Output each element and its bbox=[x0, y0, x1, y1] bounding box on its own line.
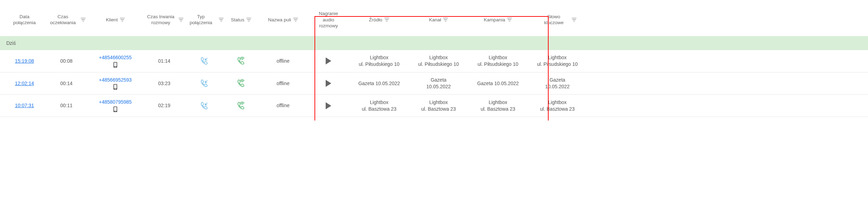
filter-icon[interactable] bbox=[507, 17, 512, 22]
cell-channel: Gazeta 10.05.2022 bbox=[409, 77, 468, 90]
col-header-source[interactable]: Źródło bbox=[349, 17, 409, 23]
cell-campaign: Lightbox ul. Basztowa 23 bbox=[468, 99, 528, 112]
keyword-line1: Lightbox bbox=[548, 99, 567, 106]
svg-rect-1 bbox=[114, 62, 116, 66]
incoming-call-icon bbox=[200, 101, 209, 111]
cell-client: +48566952593 bbox=[87, 77, 143, 90]
col-label: Czas oczekiwania bbox=[47, 14, 79, 26]
cell-audio bbox=[308, 102, 349, 109]
campaign-line2: ul. Basztowa 23 bbox=[481, 106, 515, 112]
filter-icon[interactable] bbox=[293, 17, 298, 22]
calls-table: Data połączenia Czas oczekiwania Klient … bbox=[0, 4, 868, 117]
cell-keyword: Lightbox ul. Piłsudskiego 10 bbox=[528, 54, 587, 68]
keyword-line1: Gazeta bbox=[549, 77, 565, 83]
cell-source: Lightbox ul. Basztowa 23 bbox=[349, 99, 409, 112]
cell-channel: Lightbox ul. Piłsudskiego 10 bbox=[409, 54, 468, 68]
play-icon[interactable] bbox=[326, 80, 331, 87]
filter-icon[interactable] bbox=[219, 17, 224, 22]
cell-duration: 01:14 bbox=[143, 58, 185, 64]
answered-call-icon bbox=[236, 101, 246, 111]
col-header-client[interactable]: Klient bbox=[87, 17, 143, 23]
channel-line2: ul. Basztowa 23 bbox=[421, 106, 456, 112]
play-icon[interactable] bbox=[326, 57, 331, 64]
cell-campaign: Lightbox ul. Piłsudskiego 10 bbox=[468, 54, 528, 68]
cell-source: Lightbox ul. Piłsudskiego 10 bbox=[349, 54, 409, 68]
cell-keyword: Lightbox ul. Basztowa 23 bbox=[528, 99, 587, 112]
cell-keyword: Gazeta 10.05.2022 bbox=[528, 77, 587, 90]
cell-wait: 00:08 bbox=[45, 58, 87, 64]
col-header-date[interactable]: Data połączenia bbox=[3, 14, 45, 26]
cell-pool: offline bbox=[259, 102, 308, 109]
keyword-line2: ul. Piłsudskiego 10 bbox=[537, 61, 578, 68]
filter-icon[interactable] bbox=[179, 17, 183, 22]
col-header-type[interactable]: Typ połączenia bbox=[185, 14, 224, 26]
col-header-campaign[interactable]: Kampania bbox=[468, 17, 528, 23]
cell-call-type bbox=[185, 101, 224, 111]
mobile-icon bbox=[113, 106, 118, 112]
filter-icon[interactable] bbox=[120, 17, 125, 22]
cell-source: Gazeta 10.05.2022 bbox=[349, 80, 409, 87]
cell-pool: offline bbox=[259, 80, 308, 87]
cell-duration: 03:23 bbox=[143, 80, 185, 87]
col-header-channel[interactable]: Kanał bbox=[409, 17, 468, 23]
call-time-link[interactable]: 10:07:31 bbox=[15, 102, 34, 109]
cell-campaign: Gazeta 10.05.2022 bbox=[468, 80, 528, 87]
cell-time: 10:07:31 bbox=[3, 102, 45, 109]
col-label: Data połączenia bbox=[9, 14, 40, 26]
svg-point-2 bbox=[115, 67, 116, 67]
cell-call-type bbox=[185, 78, 224, 88]
play-icon[interactable] bbox=[326, 102, 331, 109]
cell-call-type bbox=[185, 56, 224, 66]
table-row: 12:02:14 00:14 +48566952593 03:23 offlin… bbox=[0, 73, 868, 95]
keyword-line1: Lightbox bbox=[548, 54, 567, 61]
client-phone-link[interactable]: +48580795985 bbox=[99, 99, 132, 105]
answered-call-icon bbox=[236, 56, 246, 66]
col-header-pool[interactable]: Nazwa puli bbox=[259, 17, 308, 23]
svg-point-5 bbox=[115, 89, 116, 90]
channel-line1: Lightbox bbox=[429, 54, 448, 61]
col-label: Kampania bbox=[484, 17, 505, 23]
col-header-audio[interactable]: Nagranie audio rozmowy bbox=[308, 11, 349, 29]
channel-line1: Gazeta bbox=[431, 77, 446, 83]
cell-client: +48580795985 bbox=[87, 99, 143, 112]
svg-rect-4 bbox=[114, 85, 116, 89]
cell-status bbox=[224, 101, 259, 111]
cell-duration: 02:19 bbox=[143, 102, 185, 109]
filter-icon[interactable] bbox=[572, 17, 577, 22]
mobile-icon bbox=[113, 62, 118, 68]
filter-icon[interactable] bbox=[384, 17, 389, 22]
source-line2: ul. Piłsudskiego 10 bbox=[359, 61, 400, 68]
channel-line2: 10.05.2022 bbox=[426, 83, 451, 90]
filter-icon[interactable] bbox=[246, 17, 251, 22]
client-phone-link[interactable]: +48566952593 bbox=[99, 77, 132, 83]
table-row: 10:07:31 00:11 +48580795985 02:19 offlin… bbox=[0, 95, 868, 117]
campaign-line1: Lightbox bbox=[489, 99, 507, 106]
col-label: Status bbox=[231, 17, 244, 23]
col-label: Czas trwania rozmowy bbox=[145, 14, 176, 26]
col-header-status[interactable]: Status bbox=[224, 17, 259, 23]
filter-icon[interactable] bbox=[443, 17, 448, 22]
col-header-duration[interactable]: Czas trwania rozmowy bbox=[143, 14, 185, 26]
col-label: Źródło bbox=[369, 17, 382, 23]
call-time-link[interactable]: 15:19:08 bbox=[15, 58, 34, 64]
col-label: Klient bbox=[106, 17, 118, 23]
incoming-call-icon bbox=[200, 56, 209, 66]
source-line1: Lightbox bbox=[370, 99, 389, 106]
keyword-line2: 10.05.2022 bbox=[545, 83, 570, 90]
campaign-line1: Lightbox bbox=[489, 54, 507, 61]
col-label: Słowo kluczowe bbox=[538, 14, 570, 26]
answered-call-icon bbox=[236, 78, 246, 88]
cell-wait: 00:14 bbox=[45, 80, 87, 87]
col-header-wait[interactable]: Czas oczekiwania bbox=[45, 14, 87, 26]
source-line1: Lightbox bbox=[370, 54, 389, 61]
filter-icon[interactable] bbox=[81, 17, 86, 22]
date-group-row: Dziś bbox=[0, 36, 868, 50]
cell-client: +48546600255 bbox=[87, 54, 143, 68]
client-phone-link[interactable]: +48546600255 bbox=[99, 54, 132, 61]
campaign-line2: ul. Piłsudskiego 10 bbox=[478, 61, 519, 68]
col-label: Nagranie audio rozmowy bbox=[313, 11, 344, 29]
col-header-keyword[interactable]: Słowo kluczowe bbox=[528, 14, 587, 26]
call-time-link[interactable]: 12:02:14 bbox=[15, 80, 34, 87]
table-header: Data połączenia Czas oczekiwania Klient … bbox=[0, 4, 868, 36]
cell-status bbox=[224, 56, 259, 66]
